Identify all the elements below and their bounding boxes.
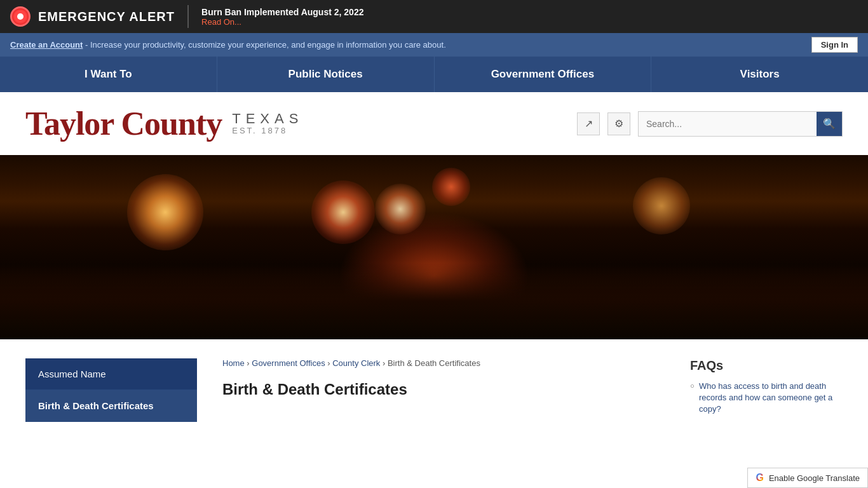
share-icon: ↗	[585, 118, 593, 130]
emergency-alert-bar: EMERGENCY ALERT Burn Ban Implemented Aug…	[0, 0, 868, 33]
faq-item: Who has access to birth and death record…	[690, 381, 843, 416]
sidebar-item-birth-death[interactable]: Birth & Death Certificates	[25, 390, 197, 422]
sidebar-item-assumed-name[interactable]: Assumed Name	[25, 358, 197, 390]
faqs-title: FAQs	[690, 358, 843, 373]
emergency-title: EMERGENCY ALERT	[38, 10, 175, 24]
main-navigation: I Want To Public Notices Government Offi…	[0, 57, 868, 92]
create-account-link[interactable]: Create an Account	[10, 40, 83, 50]
hero-lights	[0, 155, 868, 339]
logo-main-text[interactable]: Taylor County	[25, 105, 222, 142]
logo-est: EST. 1878	[232, 126, 303, 135]
page-title: Birth & Death Certificates	[222, 381, 665, 398]
account-bar: Create an Account - Increase your produc…	[0, 33, 868, 57]
emergency-icon	[10, 6, 31, 27]
faqs-list: Who has access to birth and death record…	[690, 381, 843, 416]
breadcrumb-current: Birth & Death Certificates	[388, 358, 480, 368]
nav-item-visitors[interactable]: Visitors	[651, 57, 868, 92]
search-icon: 🔍	[823, 118, 836, 130]
hero-image	[0, 155, 868, 339]
sign-in-button[interactable]: Sign In	[811, 37, 858, 53]
logo-texas: TEXAS	[232, 111, 303, 126]
page-content: Home › Government Offices › County Clerk…	[197, 358, 690, 422]
nav-item-government-offices[interactable]: Government Offices	[435, 57, 652, 92]
logo-area: Taylor County TEXAS EST. 1878	[25, 105, 303, 142]
settings-icon: ⚙	[614, 118, 623, 130]
search-input[interactable]	[639, 114, 817, 134]
breadcrumb: Home › Government Offices › County Clerk…	[222, 358, 665, 368]
header-right: ↗ ⚙ 🔍	[577, 111, 843, 137]
logo-sub-text: TEXAS EST. 1878	[232, 111, 303, 135]
breadcrumb-separator-3: ›	[383, 358, 388, 368]
search-box: 🔍	[638, 111, 843, 137]
breadcrumb-government-offices[interactable]: Government Offices	[252, 358, 325, 368]
account-bar-description: - Increase your productivity, customize …	[83, 40, 445, 50]
sidebar: Assumed Name Birth & Death Certificates	[25, 358, 197, 422]
share-button[interactable]: ↗	[577, 112, 600, 135]
light-burst-1	[127, 174, 203, 250]
emergency-message: Burn Ban Implemented August 2, 2022 Read…	[201, 7, 363, 27]
emergency-message-title: Burn Ban Implemented August 2, 2022	[201, 7, 363, 17]
breadcrumb-home[interactable]: Home	[222, 358, 245, 368]
light-burst-5	[633, 177, 690, 234]
header-area: Taylor County TEXAS EST. 1878 ↗ ⚙ 🔍	[0, 92, 868, 155]
faqs-panel: FAQs Who has access to birth and death r…	[690, 358, 843, 422]
faq-link-1[interactable]: Who has access to birth and death record…	[699, 381, 832, 414]
emergency-read-on-link[interactable]: Read On...	[201, 17, 363, 27]
light-burst-4	[432, 168, 470, 206]
settings-button[interactable]: ⚙	[607, 112, 630, 135]
breadcrumb-county-clerk[interactable]: County Clerk	[332, 358, 380, 368]
emergency-icon-inner	[17, 13, 24, 20]
emergency-divider	[187, 5, 189, 28]
street-dark-overlay	[0, 263, 868, 339]
nav-item-i-want-to[interactable]: I Want To	[0, 57, 217, 92]
nav-item-public-notices[interactable]: Public Notices	[217, 57, 435, 92]
main-content-area: Assumed Name Birth & Death Certificates …	[0, 339, 868, 441]
account-bar-text: Create an Account - Increase your produc…	[10, 40, 446, 50]
search-button[interactable]: 🔍	[817, 112, 842, 136]
